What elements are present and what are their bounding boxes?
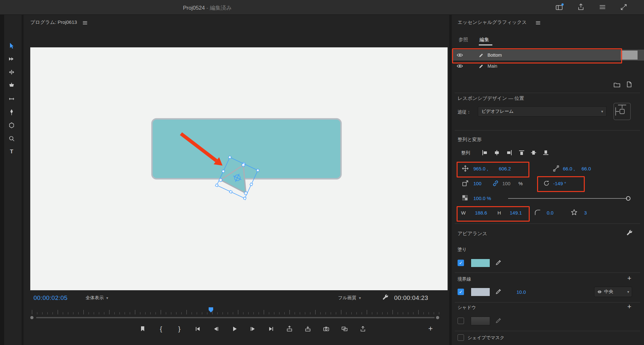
opacity-slider-knob[interactable] [626,196,630,201]
fit-dropdown[interactable]: 全体表示 ▾ [86,295,108,301]
add-shadow-button[interactable]: + [627,303,631,311]
tab-browse[interactable]: 参照 [459,37,468,43]
fill-color-swatch[interactable] [471,259,490,267]
shape-tool-icon[interactable] [6,120,17,131]
type-tool-icon[interactable]: T [6,146,17,157]
opacity-slider-track[interactable] [508,198,627,199]
go-to-out-button[interactable] [266,323,276,334]
stroke-checkbox[interactable]: ✓ [458,289,464,295]
export-icon[interactable] [576,3,585,12]
mask-with-shape-checkbox[interactable] [458,334,464,341]
program-panel-menu-icon[interactable] [82,20,88,25]
corner-radius-value[interactable]: 0.0 [547,210,554,216]
width-label: W [461,210,466,216]
main-rect-shape[interactable] [152,119,341,179]
shadow-eyedropper-icon[interactable] [495,317,502,324]
comparison-view-button[interactable] [340,323,349,334]
stroke-align-dropdown[interactable]: 中央 ▾ [594,287,632,297]
step-forward-button[interactable] [248,323,258,334]
scale-x-value[interactable]: 66.0 , [563,166,575,171]
link-icon[interactable] [492,180,499,187]
stroke-width-value[interactable]: 10.0 [516,289,526,295]
tab-edit[interactable]: 編集 [479,37,489,43]
video-canvas[interactable] [30,47,448,290]
mark-out-button[interactable]: } [175,323,184,334]
slip-tool-icon[interactable] [6,93,17,104]
rotation-icon[interactable] [543,180,550,187]
opacity-value[interactable]: 100.0 % [473,196,491,201]
eye-icon[interactable] [457,53,463,57]
fill-checkbox[interactable]: ✓ [458,260,464,266]
height-value[interactable]: 149.1 [510,210,522,216]
stroke-color-swatch[interactable] [471,288,490,296]
add-stroke-button[interactable]: + [627,274,631,282]
lift-button[interactable] [285,323,294,334]
scale-width-value[interactable]: 100 [473,181,481,186]
layer-list-scrollbar-thumb[interactable] [621,51,638,60]
mark-in-button[interactable]: { [156,323,166,334]
layer-name: Main [488,61,497,72]
stroke-eyedropper-icon[interactable] [495,288,502,295]
window-title-status: - 編集済み [206,5,232,11]
align-top-icon[interactable] [518,149,525,156]
zoom-tool-icon[interactable] [6,133,17,144]
align-right-icon[interactable] [506,149,513,156]
shadow-checkbox[interactable] [458,318,464,324]
scrollbar-track[interactable] [36,317,435,318]
layer-row-bottom[interactable]: Bottom [452,50,644,61]
new-layer-icon[interactable] [626,81,632,88]
extract-button[interactable] [303,323,313,334]
fill-eyedropper-icon[interactable] [495,259,502,266]
chevron-down-icon: ▾ [627,290,629,294]
track-select-forward-tool-icon[interactable] [6,53,17,64]
go-to-in-button[interactable] [193,323,203,334]
shadow-label: シャドウ [458,305,476,311]
pin-to-diagram[interactable] [611,101,633,122]
button-editor-plus[interactable]: + [428,325,433,332]
time-ruler[interactable] [32,308,441,316]
quality-dropdown[interactable]: フル画質 ▾ [338,295,361,301]
app-menu-icon[interactable] [598,3,607,12]
opacity-icon[interactable] [462,195,468,201]
follow-dropdown[interactable]: ビデオフレーム ▾ [478,106,607,117]
align-bottom-icon[interactable] [543,149,549,156]
add-marker-button[interactable] [138,323,147,334]
current-timecode[interactable]: 00:00:02:05 [33,294,68,302]
align-left-icon[interactable] [481,149,488,156]
ripple-edit-tool-icon[interactable] [6,67,17,78]
fullscreen-icon[interactable] [619,3,628,12]
scale-height-value[interactable]: 100 [502,181,510,186]
polygon-sides-value[interactable]: 3 [584,210,587,216]
rotation-value[interactable]: -149 ° [553,181,566,186]
step-back-button[interactable] [211,323,221,334]
scale-icon[interactable] [462,180,469,187]
scrollbar-right-handle[interactable] [436,316,439,319]
scale-xy-icon[interactable] [553,165,560,172]
pen-tool-icon[interactable] [6,107,17,118]
align-center-vertical-icon[interactable] [530,149,537,156]
new-folder-icon[interactable] [613,82,620,88]
razor-tool-icon[interactable] [6,80,17,91]
position-y-value[interactable]: 606.2 [499,166,511,171]
scale-y-value[interactable]: 66.0 [582,166,591,171]
position-x-value[interactable]: 965.0 , [473,166,488,171]
workspace-switcher-icon[interactable] [555,3,564,12]
monitor-settings-wrench-icon[interactable] [382,294,389,301]
corner-radius-icon[interactable] [534,209,541,216]
program-panel-title[interactable]: プログラム: Proj0613 [30,19,77,25]
layer-row-main[interactable]: Main [452,61,644,72]
polygon-sides-icon[interactable] [571,209,578,216]
position-move-icon[interactable] [462,165,469,172]
eg-panel-title[interactable]: エッセンシャルグラフィックス [458,19,527,25]
selection-tool-icon[interactable] [6,40,17,51]
eg-panel-menu-icon[interactable] [535,20,541,25]
eye-icon[interactable] [457,64,463,68]
align-center-horizontal-icon[interactable] [494,149,500,156]
export-frame-button[interactable] [321,323,331,334]
play-button[interactable] [230,323,239,334]
shadow-color-swatch[interactable] [471,317,490,325]
appearance-settings-wrench-icon[interactable] [626,229,633,236]
width-value[interactable]: 188.6 [475,210,487,216]
export-button[interactable] [358,323,368,334]
scrollbar-left-handle[interactable] [30,316,33,319]
